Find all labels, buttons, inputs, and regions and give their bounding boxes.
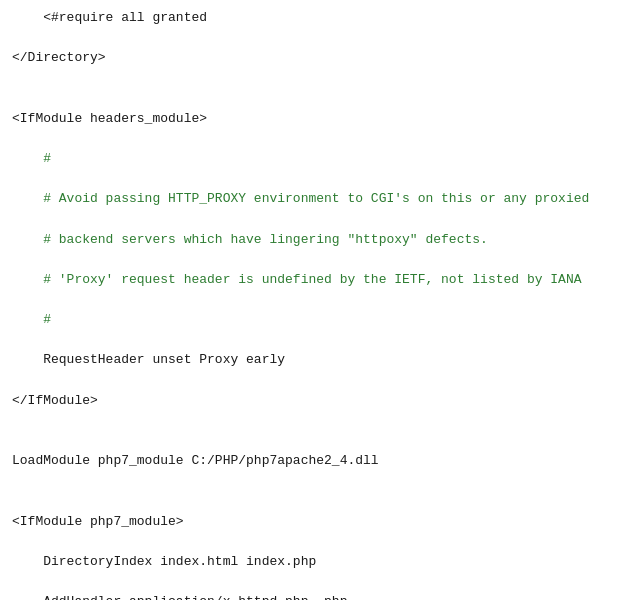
code-line: </Directory> bbox=[12, 48, 616, 68]
code-line: DirectoryIndex index.html index.php bbox=[12, 552, 616, 572]
code-line: <IfModule headers_module> bbox=[12, 109, 616, 129]
code-line: # bbox=[12, 310, 616, 330]
code-line: # backend servers which have lingering "… bbox=[12, 230, 616, 250]
code-line: # bbox=[12, 149, 616, 169]
code-container: <#require all granted</Directory><IfModu… bbox=[12, 8, 616, 600]
code-line: </IfModule> bbox=[12, 391, 616, 411]
code-line: <IfModule php7_module> bbox=[12, 512, 616, 532]
code-line: AddHandler application/x-httpd-php .php bbox=[12, 592, 616, 600]
code-line: <#require all granted bbox=[12, 8, 616, 28]
code-line: RequestHeader unset Proxy early bbox=[12, 350, 616, 370]
code-line: # Avoid passing HTTP_PROXY environment t… bbox=[12, 189, 616, 209]
code-line: LoadModule php7_module C:/PHP/php7apache… bbox=[12, 451, 616, 471]
code-line: # 'Proxy' request header is undefined by… bbox=[12, 270, 616, 290]
